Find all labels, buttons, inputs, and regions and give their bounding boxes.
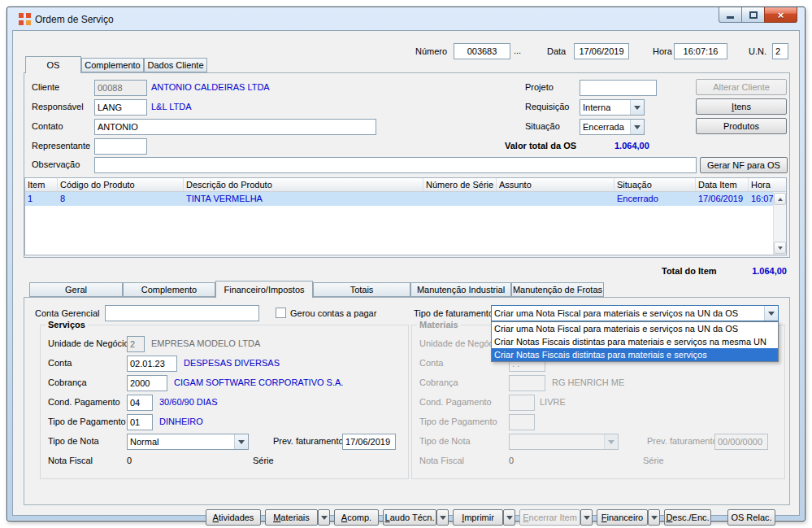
column-header-codigo[interactable]: Código do Produto bbox=[58, 178, 184, 191]
materiais-cond-pagamento-name: LIVRE bbox=[540, 397, 566, 407]
data-label: Data bbox=[547, 46, 566, 56]
alterar-cliente-button[interactable]: Alterar Cliente bbox=[696, 79, 787, 95]
data-input[interactable] bbox=[574, 43, 629, 59]
tab-manutencao-industrial[interactable]: Manutenção Industrial bbox=[410, 282, 511, 297]
materiais-serie-label: Série bbox=[643, 456, 664, 465]
materiais-button[interactable]: Materiais bbox=[265, 509, 318, 526]
tab-dados-cliente[interactable]: Dados Cliente bbox=[144, 58, 207, 72]
column-header-item[interactable]: Item bbox=[25, 178, 58, 191]
tab-geral[interactable]: Geral bbox=[29, 282, 123, 297]
numero-lookup-button[interactable]: ... bbox=[514, 46, 521, 55]
contato-input[interactable] bbox=[94, 119, 376, 135]
chevron-down-icon bbox=[440, 516, 446, 520]
materiais-tipo-nota-dropdown-button bbox=[604, 434, 618, 449]
servicos-prev-faturamento-input[interactable] bbox=[342, 434, 396, 450]
minimize-button[interactable] bbox=[719, 7, 742, 23]
tab-complemento-detail[interactable]: Complemento bbox=[123, 282, 215, 297]
scroll-up-button[interactable] bbox=[774, 193, 786, 205]
encerrar-item-menu-button[interactable] bbox=[580, 509, 593, 526]
servicos-tipo-pagamento-input[interactable] bbox=[127, 414, 153, 430]
window-controls: × bbox=[719, 7, 797, 23]
chevron-down-icon bbox=[321, 516, 328, 520]
laudo-tecn-menu-button[interactable] bbox=[436, 509, 449, 526]
materiais-prev-faturamento-input bbox=[714, 434, 768, 450]
hora-input[interactable] bbox=[674, 43, 727, 59]
dropdown-option-3[interactable]: Criar Notas Fiscais distintas para mater… bbox=[492, 348, 778, 361]
produtos-button[interactable]: Produtos bbox=[696, 118, 787, 134]
maximize-button[interactable] bbox=[741, 7, 765, 23]
contato-label: Contato bbox=[32, 121, 63, 131]
tipo-faturamento-dropdown-list: Criar uma Nota Fiscal para materiais e s… bbox=[491, 321, 779, 362]
imprimir-button[interactable]: Imprimir bbox=[453, 509, 503, 526]
dropdown-option-1[interactable]: Criar uma Nota Fiscal para materiais e s… bbox=[492, 322, 778, 335]
servicos-group-title: Serviços bbox=[46, 320, 88, 329]
servicos-un-input[interactable] bbox=[127, 336, 145, 352]
chevron-down-icon bbox=[634, 125, 640, 129]
financeiro-button[interactable]: Financeiro bbox=[597, 509, 648, 526]
desc-enc-button[interactable]: Desc./Enc. bbox=[664, 509, 711, 526]
window-content: Número ... Data Hora U.N. OS Complemento… bbox=[12, 30, 800, 516]
column-header-situacao[interactable]: Situação bbox=[614, 178, 696, 191]
tab-financeiro-impostos[interactable]: Financeiro/Impostos bbox=[215, 281, 313, 298]
tab-manutencao-frotas[interactable]: Manutenção de Frotas bbox=[511, 282, 604, 297]
scroll-down-button[interactable] bbox=[774, 242, 786, 254]
itens-button[interactable]: Itens bbox=[696, 98, 787, 115]
responsavel-label: Responsável bbox=[32, 102, 84, 111]
servicos-tipo-pagamento-label: Tipo de Pagamento bbox=[48, 417, 126, 426]
scroll-down-icon bbox=[778, 247, 783, 250]
encerrar-item-button[interactable]: Encerrar Item bbox=[519, 509, 580, 526]
servicos-cond-pagamento-input[interactable] bbox=[127, 395, 153, 411]
representante-input[interactable] bbox=[94, 138, 147, 155]
materiais-nota-fiscal-label: Nota Fiscal bbox=[419, 456, 464, 465]
column-header-data-item[interactable]: Data Item bbox=[696, 178, 749, 191]
cell-data-item: 17/06/2019 bbox=[696, 192, 749, 206]
materiais-menu-button[interactable] bbox=[318, 509, 330, 526]
observacao-input[interactable] bbox=[94, 157, 697, 173]
tipo-faturamento-dropdown-button[interactable] bbox=[764, 306, 778, 321]
servicos-cond-pagamento-name: 30/60/90 DIAS bbox=[159, 397, 218, 407]
table-row[interactable]: 1 8 TINTA VERMELHA Encerrado 17/06/2019 … bbox=[25, 192, 786, 206]
servicos-conta-input[interactable] bbox=[127, 356, 177, 372]
table-scrollbar[interactable] bbox=[773, 192, 786, 255]
servicos-cobranca-input[interactable] bbox=[127, 375, 167, 391]
tipo-faturamento-select[interactable]: Criar uma Nota Fiscal para materiais e s… bbox=[491, 305, 779, 321]
financeiro-menu-button[interactable] bbox=[648, 509, 660, 526]
column-header-descricao[interactable]: Descrição do Produto bbox=[184, 178, 423, 191]
laudo-tecn-button[interactable]: Laudo Técn. bbox=[383, 509, 436, 526]
materiais-tipo-nota-select bbox=[509, 434, 619, 450]
gerou-contas-checkbox[interactable] bbox=[276, 308, 286, 318]
cell-assunto bbox=[497, 192, 614, 206]
conta-gerencial-input[interactable] bbox=[105, 305, 259, 321]
column-header-numero-serie[interactable]: Número de Série bbox=[423, 178, 497, 191]
projeto-input[interactable] bbox=[580, 80, 657, 96]
dropdown-option-2[interactable]: Criar Notas Fiscais distintas para mater… bbox=[492, 335, 778, 348]
imprimir-menu-button[interactable] bbox=[503, 509, 515, 526]
requisicao-select[interactable]: Interna bbox=[580, 99, 645, 116]
chevron-down-icon bbox=[768, 312, 775, 316]
numero-input[interactable] bbox=[454, 43, 510, 59]
servicos-tipo-nota-dropdown-button[interactable] bbox=[234, 434, 248, 449]
close-button[interactable]: × bbox=[764, 7, 797, 23]
materiais-cond-pagamento-input bbox=[509, 395, 535, 411]
valor-total-value: 1.064,00 bbox=[614, 141, 649, 151]
tab-os[interactable]: OS bbox=[25, 56, 81, 73]
gerar-nf-button[interactable]: Gerar NF para OS bbox=[700, 157, 788, 173]
os-relac-button[interactable]: OS Relac. bbox=[727, 509, 775, 526]
cliente-code-input[interactable] bbox=[94, 80, 147, 96]
situacao-select[interactable]: Encerrada bbox=[580, 119, 645, 135]
responsavel-input[interactable] bbox=[94, 99, 147, 116]
atividades-button[interactable]: Atividades bbox=[206, 509, 261, 526]
situacao-dropdown-button[interactable] bbox=[630, 120, 644, 134]
chevron-down-icon bbox=[634, 106, 640, 110]
requisicao-dropdown-button[interactable] bbox=[630, 100, 644, 115]
servicos-serie-label: Série bbox=[253, 456, 274, 465]
materiais-tipo-nota-label: Tipo de Nota bbox=[419, 436, 471, 446]
servicos-tipo-nota-select[interactable]: Normal bbox=[127, 434, 249, 450]
un-input[interactable] bbox=[772, 43, 788, 59]
acomp-button[interactable]: Acomp. bbox=[334, 509, 379, 526]
column-header-assunto[interactable]: Assunto bbox=[497, 178, 614, 191]
title-bar[interactable]: Ordem de Serviço × bbox=[7, 7, 805, 30]
column-header-hora[interactable]: Hora bbox=[749, 178, 786, 191]
tab-complemento[interactable]: Complemento bbox=[81, 58, 144, 72]
tab-totais[interactable]: Totais bbox=[313, 282, 410, 297]
